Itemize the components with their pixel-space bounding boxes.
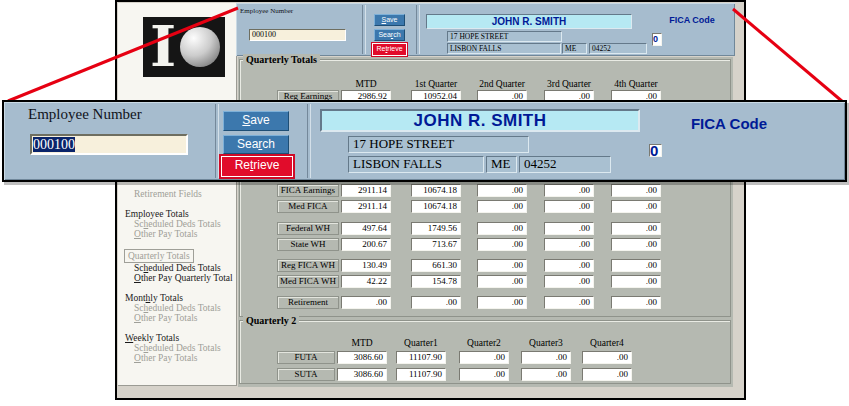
- screenshot-stage: I Retirement FieldsEmployee TotalsSchedu…: [0, 0, 849, 406]
- city-field: LISBON FALLS: [348, 156, 484, 173]
- value-cell-federal-wh-mtd[interactable]: 497.64: [341, 222, 391, 235]
- sidebar-item-other-pay-quarterly-total[interactable]: Other Pay Quarterly Total: [118, 273, 237, 283]
- group-title: Quarterly 2: [243, 315, 299, 326]
- value-cell-federal-wh-4th-quarter[interactable]: .00: [611, 222, 661, 235]
- value-cell-federal-wh-3rd-quarter[interactable]: .00: [544, 222, 594, 235]
- sidebar-item-quarterly-totals: Quarterly Totals: [124, 249, 194, 263]
- value-cell-retirement-1st-quarter[interactable]: .00: [411, 296, 461, 309]
- value-cell-retirement-4th-quarter[interactable]: .00: [611, 296, 661, 309]
- value-cell-fica-earnings-2nd-quarter[interactable]: .00: [477, 184, 527, 197]
- value-cell-futa-earnings-mtd[interactable]: 3086.60: [337, 351, 387, 364]
- sidebar-item-retirement-fields: Retirement Fields: [118, 189, 237, 199]
- value-cell-reg-fica-wh-4th-quarter[interactable]: .00: [611, 259, 661, 272]
- retrieve-button[interactable]: Retrieve: [372, 43, 407, 56]
- sidebar-item-scheduled-deds-totals[interactable]: Scheduled Deds Totals: [118, 263, 237, 273]
- value-cell-suta-earnings-quarter1[interactable]: 11107.90: [396, 368, 446, 381]
- search-button[interactable]: Search: [223, 135, 289, 154]
- value-cell-futa-earnings-quarter2[interactable]: .00: [459, 351, 509, 364]
- row-label-state-wh: State WH: [277, 238, 339, 251]
- column-header-4th-quarter: 4th Quarter: [601, 79, 671, 89]
- quarterly-totals-group: Quarterly Totals MTD1st Quarter2nd Quart…: [239, 59, 731, 317]
- zip-field: 04252: [589, 43, 647, 54]
- value-cell-retirement-3rd-quarter[interactable]: .00: [544, 296, 594, 309]
- value-cell-suta-earnings-quarter2[interactable]: .00: [459, 368, 509, 381]
- value-cell-futa-earnings-quarter4[interactable]: .00: [582, 351, 632, 364]
- value-cell-state-wh-4th-quarter[interactable]: .00: [611, 238, 661, 251]
- value-cell-state-wh-2nd-quarter[interactable]: .00: [477, 238, 527, 251]
- app-window: I Retirement FieldsEmployee TotalsSchedu…: [115, 0, 746, 400]
- column-header-quarter3: Quarter3: [511, 338, 581, 348]
- value-cell-reg-fica-wh-1st-quarter[interactable]: 661.30: [411, 259, 461, 272]
- sidebar-item-other-pay-totals: Other Pay Totals: [118, 313, 237, 323]
- value-cell-state-wh-3rd-quarter[interactable]: .00: [544, 238, 594, 251]
- sidebar-item-scheduled-deds-totals: Scheduled Deds Totals: [118, 303, 237, 313]
- fica-code-label: FICA Code: [652, 15, 732, 25]
- value-cell-federal-wh-1st-quarter[interactable]: 1749.56: [411, 222, 461, 235]
- state-field: ME: [486, 156, 517, 173]
- value-cell-retirement-2nd-quarter[interactable]: .00: [477, 296, 527, 309]
- sidebar-item-scheduled-deds-totals: Scheduled Deds Totals: [118, 343, 237, 353]
- row-label-retirement: Retirement: [277, 296, 339, 309]
- value-cell-retirement-mtd[interactable]: .00: [341, 296, 391, 309]
- value-cell-med-fica-wh-1st-quarter[interactable]: 154.78: [411, 275, 461, 288]
- sidebar-item-employee-totals[interactable]: Employee Totals: [118, 209, 237, 219]
- employee-number-label: Employee Number: [28, 106, 142, 123]
- value-cell-med-fica-earnings-1st-quarter[interactable]: 10674.18: [411, 200, 461, 213]
- row-label-fica-earnings: FICA Earnings: [277, 184, 339, 197]
- value-cell-fica-earnings-4th-quarter[interactable]: .00: [611, 184, 661, 197]
- fica-code: FICA Code 0: [649, 115, 809, 132]
- retrieve-button[interactable]: Retrieve: [221, 156, 293, 177]
- value-cell-fica-earnings-mtd[interactable]: 2911.14: [341, 184, 391, 197]
- value-cell-suta-earnings-mtd[interactable]: 3086.60: [337, 368, 387, 381]
- value-cell-med-fica-wh-mtd[interactable]: 42.22: [341, 275, 391, 288]
- value-cell-fica-earnings-3rd-quarter[interactable]: .00: [544, 184, 594, 197]
- search-button[interactable]: Search: [374, 29, 405, 41]
- sidebar-item-weekly-totals[interactable]: Weekly Totals: [118, 333, 237, 343]
- fica-code-label: FICA Code: [649, 115, 809, 132]
- state-field: ME: [562, 43, 587, 54]
- value-cell-reg-fica-wh-3rd-quarter[interactable]: .00: [544, 259, 594, 272]
- value-cell-med-fica-wh-2nd-quarter[interactable]: .00: [477, 275, 527, 288]
- divider: [215, 104, 219, 178]
- value-cell-federal-wh-2nd-quarter[interactable]: .00: [477, 222, 527, 235]
- value-cell-med-fica-earnings-2nd-quarter[interactable]: .00: [477, 200, 527, 213]
- column-header-quarter1: Quarter1: [386, 338, 456, 348]
- sidebar-item-scheduled-deds-totals: Scheduled Deds Totals: [118, 219, 237, 229]
- city-field: LISBON FALLS: [447, 43, 561, 54]
- divider: [416, 5, 420, 54]
- value-cell-state-wh-1st-quarter[interactable]: 713.67: [411, 238, 461, 251]
- value-cell-med-fica-wh-4th-quarter[interactable]: .00: [611, 275, 661, 288]
- employee-number-input[interactable]: 000100: [30, 134, 188, 155]
- value-cell-futa-earnings-quarter1[interactable]: 11107.90: [396, 351, 446, 364]
- value-cell-med-fica-wh-3rd-quarter[interactable]: .00: [544, 275, 594, 288]
- column-header-1st-quarter: 1st Quarter: [401, 79, 471, 89]
- value-cell-state-wh-mtd[interactable]: 200.67: [341, 238, 391, 251]
- header-panel: Employee Number 000100 JOHN R. SMITH 17 …: [236, 3, 735, 56]
- save-button[interactable]: Save: [223, 111, 289, 131]
- divider: [307, 104, 311, 178]
- divider: [362, 5, 366, 54]
- row-label-med-fica-wh: Med FICA WH: [277, 275, 339, 288]
- value-cell-suta-earnings-quarter3[interactable]: .00: [521, 368, 571, 381]
- app-logo: I: [143, 17, 225, 77]
- column-header-3rd-quarter: 3rd Quarter: [534, 79, 604, 89]
- employee-number-input[interactable]: 000100: [249, 29, 346, 41]
- callout: Employee Number 000100 JOHN R. SMITH 17 …: [2, 100, 847, 182]
- sidebar-item-other-pay-totals: Other Pay Totals: [118, 353, 237, 363]
- value-cell-futa-earnings-quarter3[interactable]: .00: [521, 351, 571, 364]
- value-cell-reg-fica-wh-mtd[interactable]: 130.49: [341, 259, 391, 272]
- sidebar-item-monthly-totals[interactable]: Monthly Totals: [118, 293, 237, 303]
- fica-code-value: 0: [649, 144, 662, 157]
- value-cell-med-fica-earnings-4th-quarter[interactable]: .00: [611, 200, 661, 213]
- value-cell-suta-earnings-quarter4[interactable]: .00: [582, 368, 632, 381]
- fica-code-value: 0: [652, 33, 662, 46]
- value-cell-reg-fica-wh-2nd-quarter[interactable]: .00: [477, 259, 527, 272]
- value-cell-fica-earnings-1st-quarter[interactable]: 10674.18: [411, 184, 461, 197]
- column-header-quarter2: Quarter2: [449, 338, 519, 348]
- callout-leader-line: [733, 9, 843, 102]
- column-header-quarter4: Quarter4: [572, 338, 642, 348]
- value-cell-med-fica-earnings-3rd-quarter[interactable]: .00: [544, 200, 594, 213]
- save-button[interactable]: Save: [374, 14, 405, 26]
- value-cell-med-fica-earnings-mtd[interactable]: 2911.14: [341, 200, 391, 213]
- zip-field: 04252: [519, 156, 611, 173]
